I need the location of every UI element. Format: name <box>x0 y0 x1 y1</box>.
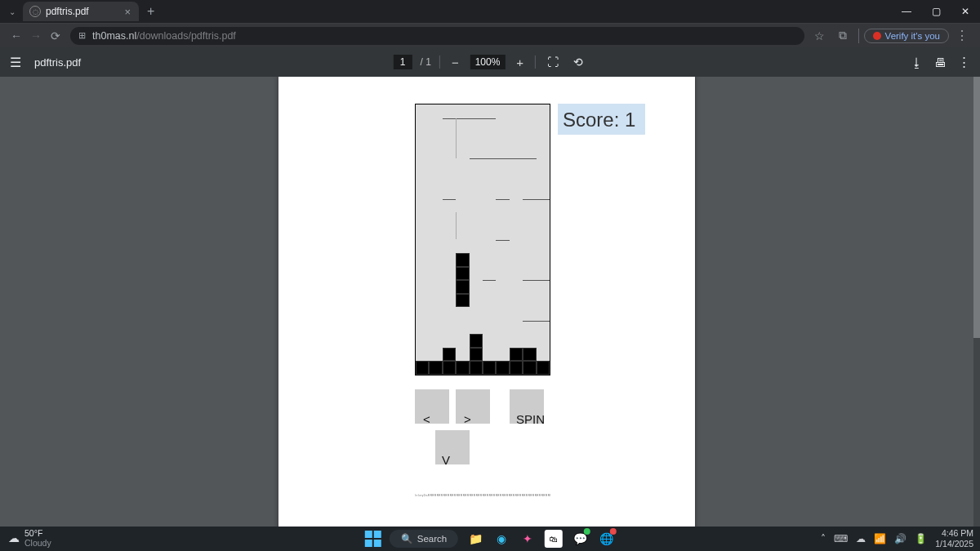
wifi-icon[interactable]: 📶 <box>874 533 886 544</box>
spin-label: SPIN <box>516 412 545 426</box>
move-right-button[interactable] <box>456 389 490 424</box>
url-path: /downloads/pdftris.pdf <box>136 30 236 42</box>
scrollbar-thumb[interactable] <box>973 77 980 338</box>
edge-icon[interactable]: ◉ <box>492 530 510 548</box>
file-explorer-icon[interactable]: 📁 <box>466 530 484 548</box>
zoom-in-button[interactable]: + <box>513 56 527 69</box>
move-down-button[interactable] <box>435 430 470 464</box>
onedrive-icon[interactable]: ☁ <box>856 533 866 544</box>
page-total: / 1 <box>421 56 431 68</box>
page-number-input[interactable]: 1 <box>394 55 412 69</box>
pdf-page: Score: 1 < > SPIN V lv:key0isRRRRRRRRRRR… <box>278 77 695 527</box>
pdf-viewport[interactable]: Score: 1 < > SPIN V lv:key0isRRRRRRRRRRR… <box>0 77 973 527</box>
site-info-icon[interactable]: ⊞ <box>78 30 86 41</box>
pdf-favicon: ◌ <box>29 6 41 17</box>
extensions-icon[interactable]: ⧉ <box>832 29 853 42</box>
tray-expand-icon[interactable]: ˄ <box>821 533 826 544</box>
move-right-label: > <box>464 412 471 426</box>
close-tab-icon[interactable]: × <box>122 6 132 18</box>
volume-icon[interactable]: 🔊 <box>894 533 906 544</box>
browser-tab[interactable]: ◌ pdftris.pdf × <box>23 2 139 21</box>
search-placeholder: Search <box>417 534 447 544</box>
forward-button[interactable]: → <box>26 29 46 42</box>
weather-widget[interactable]: ☁ 50°F Cloudy <box>0 529 51 548</box>
copilot-icon[interactable]: ✦ <box>519 530 537 548</box>
rotate-icon[interactable]: ⟲ <box>570 56 586 69</box>
zoom-out-button[interactable]: − <box>448 56 462 69</box>
bookmark-star-icon[interactable]: ☆ <box>809 29 831 42</box>
whatsapp-icon[interactable]: 💬 <box>571 530 589 548</box>
ms-store-icon[interactable]: 🛍 <box>545 530 563 548</box>
window-maximize-button[interactable]: ▢ <box>921 0 951 23</box>
zoom-level[interactable]: 100% <box>470 55 506 69</box>
back-button[interactable]: ← <box>7 29 26 42</box>
profile-verify-button[interactable]: Verify it's you <box>864 29 949 43</box>
battery-icon[interactable]: 🔋 <box>915 533 927 544</box>
reload-button[interactable]: ⟳ <box>46 29 65 42</box>
start-button[interactable] <box>365 531 381 547</box>
search-icon: 🔍 <box>401 533 412 544</box>
score-display: Score: 1 <box>558 104 645 135</box>
verify-label: Verify it's you <box>885 31 940 41</box>
taskbar-search[interactable]: 🔍 Search <box>390 530 458 548</box>
browser-menu-button[interactable]: ⋮ <box>951 28 973 43</box>
clock[interactable]: 4:46 PM 1/14/2025 <box>935 528 973 549</box>
cloud-icon: ☁ <box>8 532 20 544</box>
new-tab-button[interactable]: + <box>139 4 163 19</box>
move-left-label: < <box>423 412 430 426</box>
tab-title: pdftris.pdf <box>46 6 122 17</box>
tab-list-dropdown[interactable]: ⌄ <box>5 7 20 16</box>
chrome-icon[interactable]: 🌐 <box>597 530 615 548</box>
print-icon[interactable]: 🖶 <box>934 56 947 69</box>
fit-page-icon[interactable]: ⛶ <box>544 56 562 69</box>
window-minimize-button[interactable]: ― <box>892 0 921 23</box>
pdf-filename: pdftris.pdf <box>34 56 81 69</box>
profile-dot-icon <box>873 32 881 40</box>
date: 1/14/2025 <box>935 539 973 549</box>
pdf-sidebar-toggle[interactable]: ☰ <box>10 55 21 70</box>
keyboard-icon[interactable]: ⌨ <box>834 533 848 544</box>
address-bar[interactable]: ⊞ th0mas.nl/downloads/pdftris.pdf <box>70 27 804 45</box>
url-host: th0mas.nl <box>92 30 136 42</box>
download-icon[interactable]: ⭳ <box>911 56 923 69</box>
time: 4:46 PM <box>935 528 973 539</box>
game-playfield <box>415 104 550 375</box>
move-down-label: V <box>442 453 450 467</box>
weather-desc: Cloudy <box>24 539 51 549</box>
move-left-button[interactable] <box>415 389 449 424</box>
window-close-button[interactable]: ✕ <box>951 0 980 23</box>
pdf-menu-icon[interactable]: ⋮ <box>958 55 970 69</box>
pdf-footer-text: lv:key0isRRRRRRRRRRRRRRRRRRRRRRRRRRRRRRR… <box>415 494 550 497</box>
